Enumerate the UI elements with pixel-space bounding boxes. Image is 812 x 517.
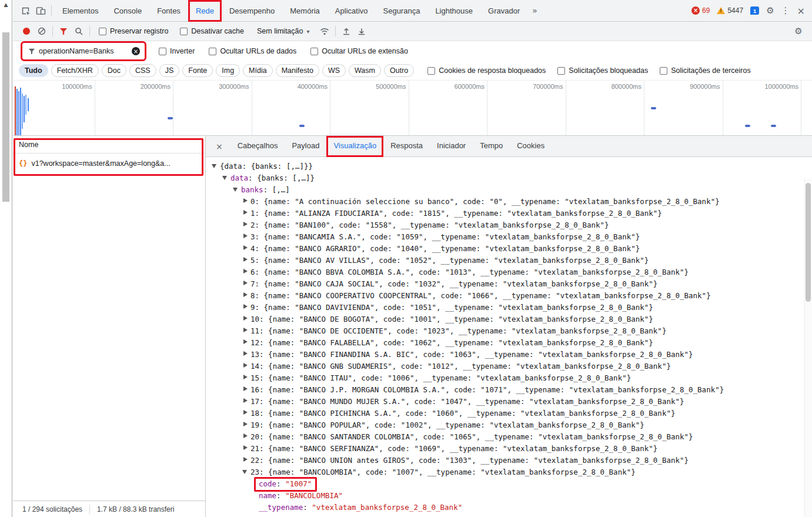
filter-pill-fonte[interactable]: Fonte bbox=[182, 64, 213, 77]
expand-triangle-icon[interactable] bbox=[242, 375, 250, 381]
clear-filter-icon[interactable]: × bbox=[132, 47, 140, 55]
close-details-icon[interactable]: × bbox=[206, 142, 230, 151]
expand-triangle-icon[interactable] bbox=[242, 398, 250, 404]
preview-bank-row-1[interactable]: 1: {name: "ALIANZA FIDUCIARIA", code: "1… bbox=[206, 208, 812, 219]
expand-triangle-icon[interactable] bbox=[242, 292, 250, 298]
expand-triangle-icon[interactable] bbox=[242, 222, 250, 228]
filter-toggle-button[interactable] bbox=[56, 24, 71, 39]
search-button[interactable] bbox=[71, 24, 86, 39]
checkbox-box[interactable] bbox=[427, 67, 435, 75]
invert-filter-checkbox[interactable]: Inverter bbox=[159, 47, 195, 55]
export-har-button[interactable] bbox=[354, 24, 369, 39]
column-header-name[interactable]: Nome bbox=[13, 136, 205, 154]
scroll-up-arrow-icon[interactable]: ▲ bbox=[0, 0, 12, 8]
detail-tab-iniciador[interactable]: Iniciador bbox=[430, 136, 473, 157]
preview-bank-row-14[interactable]: 14: {name: "BANCO GNB SUDAMERIS", code: … bbox=[206, 361, 812, 372]
checkbox-solicitacoes-bloqueadas[interactable]: Solicitações bloqueadas bbox=[557, 66, 648, 75]
expand-triangle-icon[interactable] bbox=[242, 234, 250, 239]
preview-bank-row-19[interactable]: 19: {name: "BANCO POPULAR", code: "1002"… bbox=[206, 419, 812, 431]
record-network-log-button[interactable] bbox=[19, 24, 34, 39]
checkbox-box[interactable] bbox=[310, 48, 318, 55]
preview-bank-row-16[interactable]: 16: {name: "BANCO J.P. MORGAN COLOMBIA S… bbox=[206, 384, 812, 396]
filter-pill-css[interactable]: CSS bbox=[129, 64, 156, 77]
preview-bank-row-17[interactable]: 17: {name: "BANCO MUNDO MUJER S.A.", cod… bbox=[206, 396, 812, 408]
page-scrollbar[interactable]: ▲ bbox=[0, 0, 12, 517]
device-toolbar-icon[interactable] bbox=[33, 3, 48, 18]
tab-rede[interactable]: Rede bbox=[188, 0, 222, 22]
filter-pill-ws[interactable]: WS bbox=[322, 64, 346, 77]
tab-lighthouse[interactable]: Lighthouse bbox=[427, 0, 480, 22]
close-devtools-icon[interactable]: × bbox=[797, 5, 805, 16]
issues-badge[interactable]: 1 bbox=[750, 6, 759, 15]
settings-gear-icon[interactable]: ⚙ bbox=[766, 5, 774, 16]
disable-cache-checkbox[interactable]: Desativar cache bbox=[180, 27, 244, 35]
filter-pill-fetch-xhr[interactable]: Fetch/XHR bbox=[51, 64, 99, 77]
preview-data-row[interactable]: data: {banks: [,…]} bbox=[206, 172, 812, 184]
expand-triangle-icon[interactable] bbox=[242, 386, 250, 392]
preview-bank-row-6[interactable]: 6: {name: "BANCO BBVA COLOMBIA S.A.", co… bbox=[206, 266, 812, 278]
preview-bank-row-2[interactable]: 2: {name: "BAN100", code: "1558", __type… bbox=[206, 219, 812, 231]
detail-tab-visualizacao[interactable]: Visualização bbox=[326, 136, 383, 157]
detail-tab-payload[interactable]: Payload bbox=[285, 136, 326, 157]
filter-pill-tudo[interactable]: Tudo bbox=[19, 64, 48, 77]
clear-network-log-button[interactable] bbox=[34, 24, 49, 39]
expand-triangle-icon[interactable] bbox=[242, 351, 250, 357]
checkbox-box[interactable] bbox=[159, 48, 166, 55]
expand-triangle-icon[interactable] bbox=[242, 245, 250, 251]
preview-bank-row-23[interactable]: 23: {name: "BANCOLOMBIA", code: "1007", … bbox=[206, 466, 812, 478]
tab-aplicativo[interactable]: Aplicativo bbox=[328, 0, 376, 22]
detail-tab-cabecalhos[interactable]: Cabeçalhos bbox=[230, 136, 285, 157]
expand-triangle-icon[interactable] bbox=[242, 422, 250, 428]
collapse-triangle-icon[interactable] bbox=[222, 175, 230, 181]
preview-banks-row[interactable]: banks: [,…] bbox=[206, 184, 812, 196]
preview-bank-row-22[interactable]: 22: {name: "BANCO UNION antes GIROS", co… bbox=[206, 455, 812, 466]
checkbox-box[interactable] bbox=[209, 48, 216, 55]
expand-triangle-icon[interactable] bbox=[242, 445, 250, 451]
filter-pill-midia[interactable]: Mídia bbox=[243, 64, 273, 77]
tab-fontes[interactable]: Fontes bbox=[149, 0, 188, 22]
preview-bank-row-15[interactable]: 15: {name: "BANCO ITAU", code: "1006", _… bbox=[206, 372, 812, 384]
warning-count-badge[interactable]: ! 5447 bbox=[717, 6, 743, 15]
filter-pill-wasm[interactable]: Wasm bbox=[349, 64, 381, 77]
preview-bank-row-20[interactable]: 20: {name: "BANCO SANTANDER COLOMBIA", c… bbox=[206, 431, 812, 443]
tab-console[interactable]: Console bbox=[106, 0, 149, 22]
request-row[interactable]: {} v1?workspace=master&maxAge=long&a... bbox=[13, 154, 205, 173]
preview-root-row[interactable]: {data: {banks: [,…]}} bbox=[206, 161, 812, 172]
preview-bank-row-12[interactable]: 12: {name: "BANCO FALABELLA", code: "106… bbox=[206, 337, 812, 349]
expand-triangle-icon[interactable] bbox=[242, 433, 250, 439]
network-settings-gear-icon[interactable]: ⚙ bbox=[791, 24, 806, 39]
expand-triangle-icon[interactable] bbox=[242, 210, 250, 216]
preview-scrollbar-thumb[interactable] bbox=[806, 183, 811, 302]
checkbox-box[interactable] bbox=[557, 67, 565, 75]
checkbox-solicitacoes-de-terceiros[interactable]: Solicitações de terceiros bbox=[660, 66, 750, 75]
network-filter-input[interactable] bbox=[39, 47, 128, 55]
tab-seguranca[interactable]: Segurança bbox=[376, 0, 428, 22]
expand-triangle-icon[interactable] bbox=[242, 410, 250, 416]
expand-triangle-icon[interactable] bbox=[242, 457, 250, 463]
filter-pill-doc[interactable]: Doc bbox=[102, 64, 126, 77]
expand-triangle-icon[interactable] bbox=[242, 339, 250, 345]
detail-tab-cookies[interactable]: Cookies bbox=[510, 136, 552, 157]
preview-bank-row-18[interactable]: 18: {name: "BANCO PICHINCHA S.A.", code:… bbox=[206, 408, 812, 419]
preview-bank-row-0[interactable]: 0: {name: "A continuación seleccione su … bbox=[206, 196, 812, 208]
throttling-select[interactable]: Sem limitação ▾ bbox=[257, 27, 310, 35]
expand-triangle-icon[interactable] bbox=[242, 198, 250, 204]
preview-bank-row-21[interactable]: 21: {name: "BANCO SERFINANZA", code: "10… bbox=[206, 443, 812, 455]
expand-triangle-icon[interactable] bbox=[242, 304, 250, 310]
checkbox-box[interactable] bbox=[660, 67, 667, 75]
tab-memoria[interactable]: Memória bbox=[282, 0, 328, 22]
collapse-triangle-icon[interactable] bbox=[242, 469, 250, 475]
hide-extension-urls-checkbox[interactable]: Ocultar URLs de extensão bbox=[310, 47, 408, 55]
preview-bank-row-3[interactable]: 3: {name: "BANCAMIA S.A.", code: "1059",… bbox=[206, 231, 812, 243]
checkbox-box[interactable] bbox=[99, 28, 106, 35]
tab-elementos[interactable]: Elementos bbox=[55, 0, 106, 22]
preview-bank-row-5[interactable]: 5: {name: "BANCO AV VILLAS", code: "1052… bbox=[206, 255, 812, 266]
expand-triangle-icon[interactable] bbox=[242, 257, 250, 263]
expand-triangle-icon[interactable] bbox=[242, 328, 250, 333]
preview-bank-row-7[interactable]: 7: {name: "BANCO CAJA SOCIAL", code: "10… bbox=[206, 278, 812, 290]
tab-gravador[interactable]: Gravador bbox=[480, 0, 527, 22]
more-tabs-chevron-icon[interactable]: » bbox=[527, 6, 542, 15]
preview-bank-row-4[interactable]: 4: {name: "BANCO AGRARIO", code: "1040",… bbox=[206, 243, 812, 255]
preview-bank-row-9[interactable]: 9: {name: "BANCO DAVIVIENDA", code: "105… bbox=[206, 302, 812, 313]
network-filter-box[interactable]: × bbox=[24, 44, 143, 58]
